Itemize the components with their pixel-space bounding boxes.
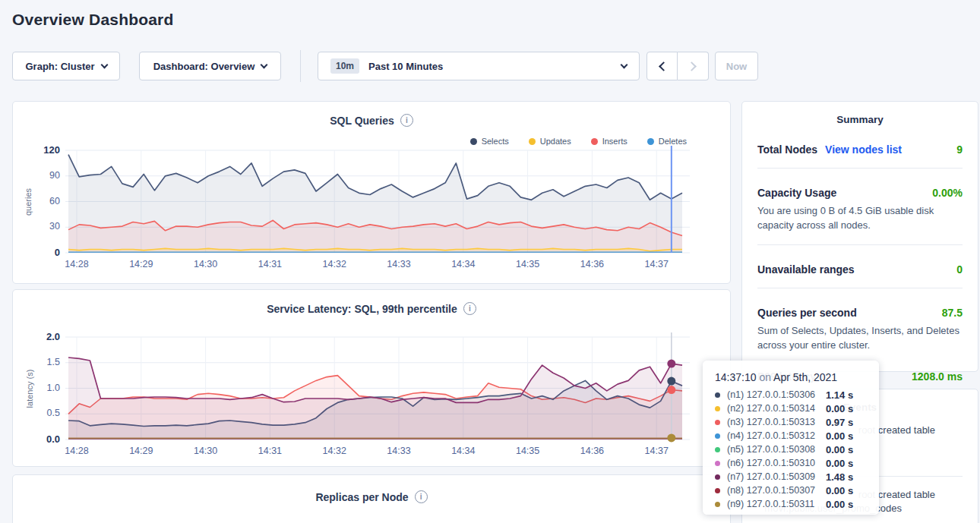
chevron-right-icon	[687, 61, 697, 71]
tooltip-node-address: (n4) 127.0.0.1:50312	[727, 430, 826, 441]
info-icon[interactable]: i	[415, 490, 428, 503]
summary-row-value: 0.00%	[932, 187, 963, 199]
summary-divider	[757, 244, 963, 245]
legend-dot-icon	[529, 138, 536, 145]
tooltip-node-row: (n4) 127.0.0.1:503120.00 s	[715, 429, 868, 443]
x-axis-tick: 14:31	[247, 259, 292, 269]
x-axis-tick: 14:36	[569, 446, 615, 456]
node-series-dot-icon	[715, 433, 720, 439]
summary-row: Capacity Usage0.00%	[757, 187, 963, 199]
y-axis-labels: 0.00.51.01.52.0	[13, 332, 60, 446]
chevron-down-icon	[261, 61, 268, 68]
tooltip-node-value: 0.00 s	[826, 403, 853, 414]
legend-label: Inserts	[602, 137, 628, 146]
tooltip-node-address: (n6) 127.0.0.1:50310	[727, 458, 826, 468]
dashboard-dropdown[interactable]: Dashboard: Overview	[139, 52, 281, 80]
info-icon[interactable]: i	[400, 114, 413, 127]
tooltip-node-address: (n8) 127.0.0.1:50307	[727, 485, 826, 496]
node-series-dot-icon	[715, 461, 720, 466]
replicas-per-node-title: Replicas per Node	[315, 491, 408, 503]
info-icon[interactable]: i	[463, 302, 476, 315]
plot-area[interactable]	[65, 146, 690, 260]
x-axis-tick: 14:35	[505, 446, 551, 456]
x-axis-tick: 14:34	[441, 446, 486, 456]
tooltip-node-address: (n1) 127.0.0.1:50306	[727, 389, 826, 400]
x-axis-tick: 14:36	[569, 259, 615, 269]
tooltip-node-row: (n6) 127.0.0.1:503100.00 s	[715, 456, 868, 470]
x-axis-tick: 14:31	[247, 446, 292, 456]
summary-row-label: Queries per second	[757, 307, 857, 319]
replicas-per-node-card: Replicas per Node i	[12, 474, 731, 523]
tooltip-node-address: (n5) 127.0.0.1:50308	[727, 444, 826, 455]
node-series-dot-icon	[715, 502, 720, 507]
node-series-dot-icon	[715, 474, 720, 480]
y-axis-tick: 0.5	[13, 408, 60, 418]
now-button[interactable]: Now	[715, 52, 758, 80]
chart-title-row: Service Latency: SQL, 99th percentile i	[13, 302, 730, 315]
x-axis-tick: 14:37	[634, 446, 679, 456]
x-axis-tick: 14:32	[311, 446, 357, 456]
chevron-down-icon	[100, 61, 108, 68]
summary-panel: Summary Total NodesView nodes list9Capac…	[741, 101, 978, 372]
next-time-button[interactable]	[678, 52, 709, 80]
summary-row: Total NodesView nodes list9	[757, 143, 963, 156]
tooltip-node-address: (n2) 127.0.0.1:50314	[727, 403, 826, 414]
tooltip-node-row: (n5) 127.0.0.1:503080.00 s	[715, 443, 868, 456]
legend-label: Updates	[540, 137, 571, 146]
view-nodes-list-link[interactable]: View nodes list	[825, 143, 902, 156]
summary-row-label: Unavailable ranges	[757, 263, 855, 276]
sql-queries-title: SQL Queries	[330, 115, 394, 127]
graph-dropdown[interactable]: Graph: Cluster	[12, 52, 120, 80]
plot-area[interactable]	[65, 332, 690, 446]
y-axis-tick: 1.0	[13, 383, 60, 393]
summary-row-value: 0	[956, 263, 963, 276]
y-axis-tick: 60	[13, 196, 60, 206]
legend-item[interactable]: Selects	[470, 137, 509, 146]
summary-divider	[757, 288, 963, 288]
summary-row-value: 9	[956, 143, 963, 156]
y-axis-tick: 120	[13, 144, 60, 156]
tooltip-node-row: (n8) 127.0.0.1:503070.00 s	[715, 484, 868, 497]
tooltip-node-value: 0.00 s	[826, 444, 853, 455]
x-axis-tick: 14:37	[634, 259, 679, 269]
tooltip-rows: (n1) 127.0.0.1:503061.14 s(n2) 127.0.0.1…	[715, 388, 868, 511]
chart-title-row: SQL Queries i	[13, 114, 730, 127]
legend-label: Deletes	[659, 137, 687, 146]
prev-time-button[interactable]	[646, 52, 678, 80]
chevron-down-icon	[621, 61, 628, 68]
x-axis-tick: 14:33	[376, 259, 422, 269]
x-axis-labels: 14:2814:2914:3014:3114:3214:3314:3414:35…	[65, 446, 690, 458]
tooltip-node-value: 1.14 s	[826, 389, 853, 401]
sql-queries-card: SQL Queries i SelectsUpdatesInsertsDelet…	[12, 101, 731, 284]
x-axis-labels: 14:2814:2914:3014:3114:3214:3314:3414:35…	[65, 259, 690, 271]
legend-item[interactable]: Deletes	[647, 137, 687, 146]
y-axis-tick: 0.0	[13, 433, 60, 445]
tooltip-node-value: 0.00 s	[826, 458, 853, 469]
y-axis-tick: 0	[13, 247, 60, 258]
time-range-dropdown[interactable]: 10m Past 10 Minutes	[318, 52, 640, 80]
controls-divider	[300, 50, 301, 82]
chevron-left-icon	[659, 61, 669, 71]
y-axis-tick: 90	[13, 170, 60, 181]
summary-row: Queries per second87.5	[757, 307, 963, 319]
legend-item[interactable]: Updates	[529, 137, 571, 146]
y-axis-labels: 0306090120	[13, 146, 60, 260]
summary-heading: Summary	[742, 102, 978, 125]
chart-title-row: Replicas per Node i	[13, 490, 730, 503]
sql-queries-legend: SelectsUpdatesInsertsDeletes	[470, 137, 687, 146]
legend-label: Selects	[482, 137, 509, 146]
tooltip-node-row: (n7) 127.0.0.1:503091.48 s	[715, 470, 868, 484]
summary-row-value: 1208.0 ms	[912, 370, 963, 383]
summary-divider	[757, 168, 963, 169]
tooltip-node-address: (n3) 127.0.0.1:50313	[727, 417, 826, 427]
node-series-dot-icon	[715, 488, 720, 493]
x-axis-tick: 14:29	[119, 259, 164, 269]
summary-row: Unavailable ranges0	[757, 263, 963, 276]
x-axis-tick: 14:33	[376, 446, 422, 456]
node-series-dot-icon	[715, 447, 720, 452]
time-range-badge: 10m	[330, 58, 359, 74]
legend-item[interactable]: Inserts	[591, 137, 628, 146]
tooltip-timestamp: 14:37:10 on Apr 5th, 2021	[715, 371, 868, 383]
service-latency-title: Service Latency: SQL, 99th percentile	[267, 303, 457, 315]
time-step-buttons	[646, 52, 709, 80]
